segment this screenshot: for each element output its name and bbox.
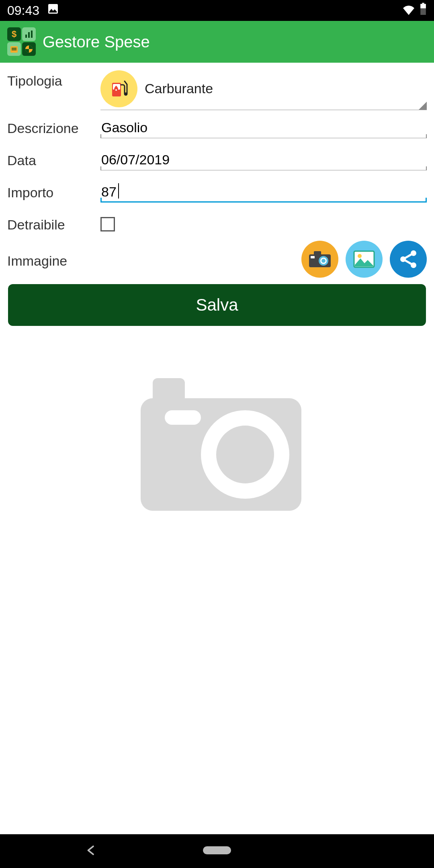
type-label: Tipologia (7, 70, 100, 89)
home-button[interactable] (203, 846, 231, 856)
description-input[interactable] (100, 117, 427, 138)
share-icon (398, 249, 418, 269)
svg-rect-33 (203, 846, 231, 854)
app-icon: $ (7, 27, 36, 56)
svg-point-19 (321, 259, 326, 263)
svg-point-32 (216, 426, 274, 483)
svg-rect-29 (153, 378, 185, 406)
wifi-icon (402, 3, 416, 18)
svg-rect-5 (28, 32, 30, 38)
amount-input[interactable] (100, 182, 427, 201)
svg-point-13 (115, 89, 117, 91)
app-title: Gestore Spese (43, 33, 150, 51)
gallery-icon (353, 250, 375, 268)
battery-icon (420, 3, 427, 18)
type-value: Carburante (145, 81, 213, 96)
status-bar: 09:43 (0, 0, 434, 21)
camera-button[interactable] (301, 241, 338, 278)
navigation-bar (0, 834, 434, 868)
svg-point-14 (124, 92, 127, 96)
svg-line-26 (403, 253, 414, 259)
date-input[interactable] (100, 149, 427, 170)
back-button[interactable] (85, 844, 97, 858)
fuel-icon (100, 70, 137, 107)
description-label: Descrizione (7, 117, 100, 136)
svg-rect-6 (31, 31, 33, 38)
amount-label: Importo (7, 182, 100, 201)
deductible-label: Detraibile (7, 214, 100, 233)
image-label: Immagine (7, 250, 100, 269)
svg-line-27 (403, 259, 414, 265)
svg-rect-3 (420, 4, 426, 8)
picture-icon (47, 2, 59, 18)
form-content: Tipologia Carburante Descri (0, 63, 434, 834)
text-cursor (118, 183, 119, 199)
type-select[interactable]: Carburante (100, 70, 427, 110)
dropdown-indicator-icon (419, 102, 427, 110)
svg-rect-16 (314, 251, 321, 255)
svg-rect-9 (12, 49, 16, 50)
save-button[interactable]: Salva (8, 284, 426, 326)
camera-icon (308, 250, 332, 268)
svg-rect-4 (25, 35, 27, 38)
image-placeholder (129, 370, 305, 515)
svg-point-22 (358, 254, 362, 258)
share-button[interactable] (390, 241, 427, 278)
svg-rect-30 (165, 410, 201, 425)
status-time: 09:43 (7, 3, 39, 18)
deductible-checkbox[interactable] (100, 217, 115, 231)
svg-rect-1 (422, 3, 424, 4)
svg-rect-20 (311, 256, 315, 258)
app-bar: $ Gestore Spese (0, 21, 434, 63)
svg-rect-8 (12, 48, 16, 49)
date-label: Data (7, 149, 100, 168)
gallery-button[interactable] (346, 241, 383, 278)
